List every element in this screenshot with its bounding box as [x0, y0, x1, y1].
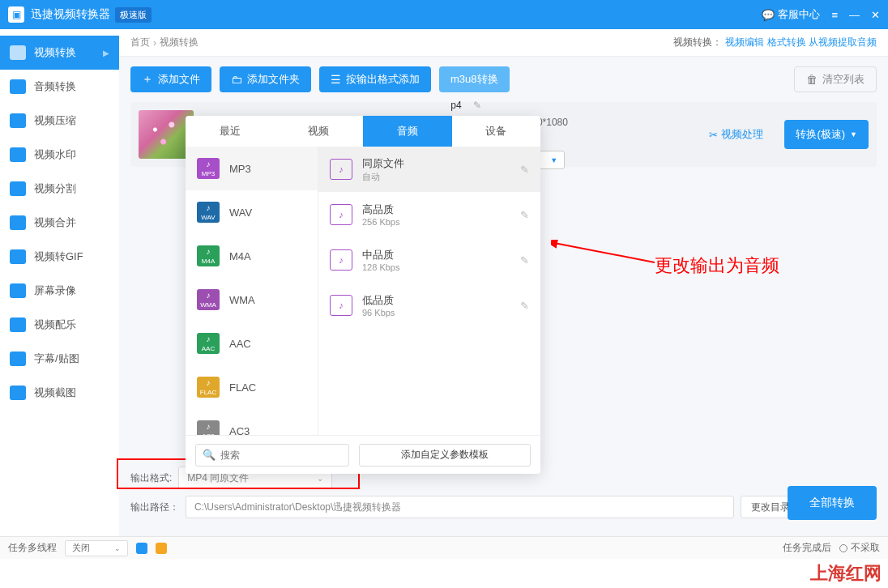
format-AAC[interactable]: AACAAC — [186, 322, 318, 365]
multithread-label: 任务多线程 — [8, 541, 57, 555]
status-bar: 任务多线程 关闭⌄ 任务完成后 不采取 — [0, 536, 888, 559]
chat-icon: 💬 — [762, 9, 775, 21]
m3u8-button[interactable]: m3u8转换 — [439, 66, 510, 92]
sidebar-item-5[interactable]: 视频合并 — [0, 206, 119, 240]
popup-tab-视频[interactable]: 视频 — [275, 116, 364, 147]
quality-title: 同原文件 — [362, 156, 510, 171]
format-FLAC[interactable]: FLACFLAC — [186, 365, 318, 409]
app-title: 迅捷视频转换器 — [31, 7, 110, 22]
edit-icon[interactable]: ✎ — [520, 209, 529, 221]
after-task-label: 任务完成后 — [783, 541, 831, 555]
chevron-down-icon: ▼ — [850, 130, 857, 138]
format-label: AC3 — [229, 425, 250, 436]
crumb-right-links[interactable]: 视频编辑 格式转换 从视频提取音频 — [725, 36, 877, 49]
audio-icon: ♪ — [330, 204, 352, 225]
format-search-input[interactable] — [220, 450, 342, 461]
popup-tab-设备[interactable]: 设备 — [452, 116, 541, 147]
quality-list: ♪同原文件自动✎♪高品质256 Kbps✎♪中品质128 Kbps✎♪低品质96… — [318, 147, 540, 435]
add-custom-template-button[interactable]: 添加自定义参数模板 — [359, 444, 531, 467]
sidebar-icon — [10, 113, 26, 128]
popup-tab-音频[interactable]: 音频 — [363, 116, 452, 147]
crumb-right-label: 视频转换： — [673, 36, 722, 49]
sidebar-icon — [10, 215, 26, 230]
sidebar-item-9[interactable]: 字幕/贴图 — [0, 342, 119, 376]
triangle-down-icon: ▼ — [550, 156, 557, 164]
quality-title: 中品质 — [362, 248, 510, 262]
toolbar: ＋添加文件 🗀添加文件夹 ☰按输出格式添加 m3u8转换 🗑清空列表 — [119, 57, 888, 102]
edition-badge: 极速版 — [115, 7, 152, 23]
audio-icon: ♪ — [330, 159, 352, 180]
sidebar-item-0[interactable]: 视频转换▶ — [0, 36, 119, 70]
sidebar-item-7[interactable]: 屏幕录像 — [0, 274, 119, 308]
format-WMA[interactable]: WMAWMA — [186, 278, 318, 322]
format-AC3[interactable]: AC3AC3 — [186, 409, 318, 435]
quality-sub: 128 Kbps — [362, 262, 510, 272]
sidebar-item-8[interactable]: 视频配乐 — [0, 308, 119, 342]
sidebar-label: 视频分割 — [34, 181, 76, 196]
edit-icon[interactable]: ✎ — [520, 164, 529, 176]
list-icon: ☰ — [331, 73, 341, 86]
thread-selector[interactable]: 关闭⌄ — [65, 540, 128, 556]
video-process-button[interactable]: ✂视频处理 — [709, 127, 763, 142]
format-search[interactable]: 🔍 — [195, 444, 349, 467]
theme-orange-swatch[interactable] — [156, 543, 167, 554]
convert-button[interactable]: 转换(极速)▼ — [784, 120, 869, 149]
audio-icon: ♪ — [330, 249, 352, 271]
chevron-down-icon: ⌄ — [114, 544, 121, 552]
add-by-format-button[interactable]: ☰按输出格式添加 — [319, 66, 431, 92]
sidebar-label: 视频压缩 — [34, 113, 76, 128]
sidebar-item-10[interactable]: 视频截图 — [0, 376, 119, 410]
format-WAV[interactable]: WAVWAV — [186, 190, 318, 234]
support-button[interactable]: 💬 客服中心 — [762, 7, 820, 22]
sidebar-label: 屏幕录像 — [34, 283, 76, 298]
quality-sub: 256 Kbps — [362, 217, 510, 227]
menu-icon[interactable]: ≡ — [831, 9, 838, 21]
format-badge-icon: WAV — [197, 202, 220, 223]
format-badge-icon: FLAC — [197, 377, 220, 398]
theme-blue-swatch[interactable] — [136, 543, 147, 554]
format-list[interactable]: MP3MP3WAVWAVM4AM4AWMAWMAAACAACFLACFLACAC… — [186, 147, 318, 435]
quality-sub: 96 Kbps — [362, 308, 510, 317]
sidebar-icon — [10, 147, 26, 162]
edit-icon[interactable]: ✎ — [520, 300, 529, 312]
support-label: 客服中心 — [778, 7, 820, 22]
quality-row-0[interactable]: ♪同原文件自动✎ — [318, 147, 540, 192]
quality-row-3[interactable]: ♪低品质96 Kbps✎ — [318, 283, 540, 328]
sidebar-icon — [10, 386, 26, 400]
sidebar-icon — [10, 45, 26, 60]
convert-all-button[interactable]: 全部转换 — [788, 486, 877, 520]
sidebar-item-6[interactable]: 视频转GIF — [0, 240, 119, 274]
format-M4A[interactable]: M4AM4A — [186, 234, 318, 278]
sidebar-item-1[interactable]: 音频转换 — [0, 70, 119, 104]
sidebar-item-2[interactable]: 视频压缩 — [0, 104, 119, 138]
format-badge-icon: AC3 — [197, 420, 220, 435]
crumb-root[interactable]: 首页 — [130, 36, 150, 49]
minimize-icon[interactable]: — — [849, 9, 860, 21]
quality-sub: 自动 — [362, 171, 510, 183]
add-file-button[interactable]: ＋添加文件 — [130, 66, 211, 92]
format-badge-icon: AAC — [197, 333, 220, 354]
format-MP3[interactable]: MP3MP3 — [186, 147, 318, 190]
output-path-field[interactable]: C:\Users\Administrator\Desktop\迅捷视频转换器 — [186, 496, 734, 518]
format-popup: 最近视频音频设备 MP3MP3WAVWAVM4AM4AWMAWMAAACAACF… — [186, 116, 540, 474]
pencil-icon[interactable]: ✎ — [473, 100, 481, 111]
quality-title: 低品质 — [362, 293, 510, 308]
no-action-radio[interactable]: 不采取 — [839, 541, 880, 555]
format-label: WAV — [229, 207, 252, 219]
format-label: WMA — [229, 294, 255, 306]
close-icon[interactable]: ✕ — [871, 9, 880, 21]
edit-icon[interactable]: ✎ — [520, 254, 529, 266]
quality-row-1[interactable]: ♪高品质256 Kbps✎ — [318, 192, 540, 237]
quality-row-2[interactable]: ♪中品质128 Kbps✎ — [318, 237, 540, 283]
popup-tab-最近[interactable]: 最近 — [186, 116, 275, 147]
sidebar-label: 字幕/贴图 — [34, 352, 79, 366]
add-folder-button[interactable]: 🗀添加文件夹 — [220, 66, 311, 92]
clear-list-button[interactable]: 🗑清空列表 — [794, 66, 877, 92]
format-label: MP3 — [229, 163, 251, 175]
sidebar-item-3[interactable]: 视频水印 — [0, 138, 119, 172]
format-badge-icon: MP3 — [197, 158, 220, 179]
sidebar-item-4[interactable]: 视频分割 — [0, 172, 119, 206]
sidebar-icon — [10, 317, 26, 332]
sidebar-label: 音频转换 — [34, 79, 76, 94]
audio-icon: ♪ — [330, 295, 352, 316]
